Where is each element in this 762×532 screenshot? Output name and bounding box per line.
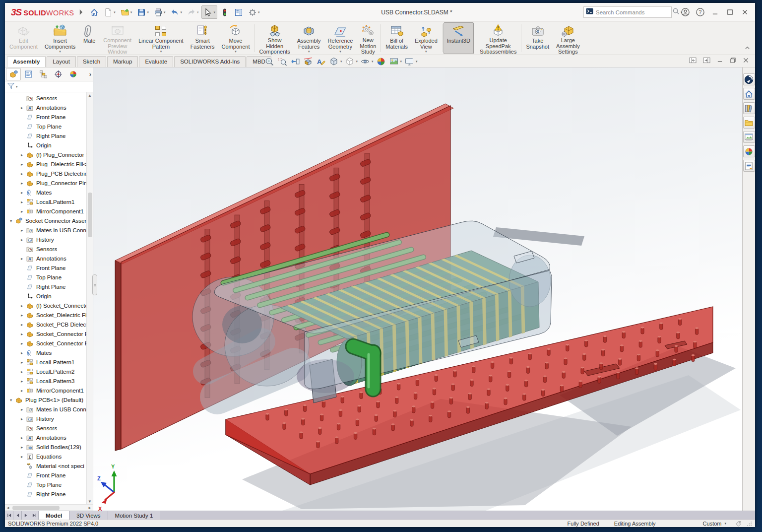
tree-item[interactable]: Origin bbox=[5, 291, 86, 301]
displaymanager-tab[interactable] bbox=[65, 68, 80, 80]
scroll-down-icon[interactable]: ▼ bbox=[87, 498, 93, 504]
panel-splitter-grip[interactable] bbox=[92, 274, 97, 295]
mate-button[interactable]: Mate bbox=[79, 22, 100, 54]
tab-markup[interactable]: Markup bbox=[107, 56, 138, 67]
new-motion-study-button[interactable]: NewMotionStudy bbox=[356, 22, 380, 54]
redo-button-caret-icon[interactable]: ▾ bbox=[197, 10, 199, 14]
collapsed-arrow-icon[interactable]: ▸ bbox=[21, 256, 26, 261]
search-input[interactable] bbox=[596, 9, 672, 15]
show-hidden-components-button[interactable]: ShowHiddenComponents bbox=[255, 22, 293, 54]
tree-item[interactable]: ▸ΣEquations bbox=[5, 452, 86, 461]
instant3d-button[interactable]: Instant3D bbox=[444, 22, 474, 54]
pane-right-icon[interactable] bbox=[703, 57, 710, 66]
previous-view-icon[interactable] bbox=[289, 56, 302, 66]
tree-item[interactable]: Right Plane bbox=[5, 489, 86, 499]
update-speedpak-subassemblies-button[interactable]: UpdateSpeedPakSubassemblies bbox=[476, 22, 520, 54]
close-button[interactable] bbox=[737, 5, 752, 19]
maximize-button[interactable] bbox=[722, 5, 737, 19]
tree-item[interactable]: ▸LocalLPattern3 bbox=[5, 376, 86, 386]
ribbon-collapse-icon[interactable] bbox=[745, 44, 750, 53]
reference-geometry-dropdown-icon[interactable]: ▾ bbox=[339, 50, 341, 54]
scroll-thumb[interactable] bbox=[88, 193, 92, 237]
insert-components-button[interactable]: InsertComponents▾ bbox=[41, 22, 79, 54]
tree-item[interactable]: ▸(f) Plug_Connector S bbox=[5, 150, 86, 159]
redo-button[interactable]: ▾ bbox=[185, 5, 201, 19]
display-style-caret-icon[interactable]: ▾ bbox=[356, 60, 358, 64]
view-settings-icon[interactable] bbox=[403, 56, 416, 66]
collapsed-arrow-icon[interactable]: ▸ bbox=[21, 379, 26, 384]
move-component-button[interactable]: MoveComponent▾ bbox=[218, 22, 254, 54]
save-button-caret-icon[interactable]: ▾ bbox=[147, 10, 149, 14]
status-configuration[interactable]: Custom bbox=[703, 521, 722, 527]
tree-item[interactable]: ▸Mates bbox=[5, 348, 86, 357]
tree-item[interactable]: Front Plane bbox=[5, 263, 86, 272]
assembly-features-dropdown-icon[interactable]: ▾ bbox=[308, 50, 310, 54]
collapsed-arrow-icon[interactable]: ▸ bbox=[21, 171, 26, 176]
configurationmanager-tab[interactable] bbox=[36, 68, 51, 80]
view-settings-caret-icon[interactable]: ▾ bbox=[416, 60, 418, 64]
undo-button-caret-icon[interactable]: ▾ bbox=[180, 10, 182, 14]
insert-components-dropdown-icon[interactable]: ▾ bbox=[59, 50, 61, 54]
tree-item[interactable]: ▸History bbox=[5, 235, 86, 244]
select-tool-button-caret-icon[interactable]: ▾ bbox=[213, 10, 215, 14]
doc-restore-icon[interactable] bbox=[730, 57, 736, 66]
collapsed-arrow-icon[interactable]: ▸ bbox=[21, 435, 26, 440]
previous-tab-button[interactable] bbox=[13, 511, 22, 520]
select-tool-button[interactable]: ▾ bbox=[201, 5, 217, 19]
first-tab-button[interactable] bbox=[5, 511, 13, 520]
file-explorer-button[interactable] bbox=[743, 117, 755, 129]
next-tab-button[interactable] bbox=[22, 511, 30, 520]
tree-item[interactable]: ▸Socket_PCB Dielectr bbox=[5, 320, 86, 329]
new-document-button[interactable]: ▾ bbox=[102, 5, 118, 19]
dimxpertmanager-tab[interactable] bbox=[51, 68, 65, 80]
filter-icon[interactable] bbox=[7, 82, 15, 92]
assembly-features-button[interactable]: AssemblyFeatures▾ bbox=[294, 22, 324, 54]
view-orientation-icon[interactable] bbox=[327, 56, 340, 66]
collapsed-arrow-icon[interactable]: ▸ bbox=[21, 350, 26, 355]
collapsed-arrow-icon[interactable]: ▸ bbox=[21, 322, 26, 327]
zoom-to-area-icon[interactable] bbox=[276, 56, 289, 66]
rebuild-button[interactable] bbox=[218, 5, 231, 19]
collapsed-arrow-icon[interactable]: ▸ bbox=[21, 332, 26, 336]
propertymanager-tab[interactable] bbox=[21, 68, 36, 80]
tree-item[interactable]: Front Plane bbox=[5, 112, 86, 122]
tree-item[interactable]: ▸Mates bbox=[5, 188, 86, 197]
collapsed-arrow-icon[interactable]: ▸ bbox=[21, 416, 26, 421]
collapsed-arrow-icon[interactable]: ▸ bbox=[21, 388, 26, 393]
take-snapshot-button[interactable]: TakeSnapshot bbox=[522, 22, 552, 54]
design-library-button[interactable] bbox=[743, 102, 755, 114]
expanded-arrow-icon[interactable]: ▾ bbox=[10, 218, 15, 223]
save-button[interactable]: ▾ bbox=[135, 5, 151, 19]
linear-component-pattern-dropdown-icon[interactable]: ▾ bbox=[160, 50, 162, 54]
options-button[interactable] bbox=[232, 5, 245, 19]
hide-show-items-icon[interactable] bbox=[359, 56, 372, 66]
new-document-button-caret-icon[interactable]: ▾ bbox=[114, 10, 116, 14]
edit-appearance-icon[interactable] bbox=[375, 56, 387, 66]
collapsed-arrow-icon[interactable]: ▸ bbox=[21, 407, 26, 412]
doc-close-icon[interactable] bbox=[743, 57, 749, 66]
tree-item[interactable]: ▸Socket_Connector P bbox=[5, 338, 86, 348]
collapsed-arrow-icon[interactable]: ▸ bbox=[21, 181, 26, 186]
collapsed-arrow-icon[interactable]: ▸ bbox=[21, 454, 26, 459]
tree-item[interactable]: Origin bbox=[5, 140, 86, 150]
tree-item[interactable]: ▸Plug_Connector Pin bbox=[5, 178, 86, 188]
exploded-view-button[interactable]: ExplodedView▾ bbox=[411, 22, 441, 54]
appearances-scenes-button[interactable] bbox=[743, 145, 755, 157]
view-orientation-caret-icon[interactable]: ▾ bbox=[340, 60, 342, 64]
print-button-caret-icon[interactable]: ▾ bbox=[164, 10, 166, 14]
scroll-left-icon[interactable]: ◄ bbox=[5, 505, 11, 511]
help-button[interactable]: ? bbox=[693, 5, 707, 19]
reference-geometry-button[interactable]: ReferenceGeometry▾ bbox=[324, 22, 357, 54]
apply-scene-caret-icon[interactable]: ▾ bbox=[400, 60, 402, 64]
minimize-button[interactable] bbox=[707, 5, 722, 19]
collapsed-arrow-icon[interactable]: ▸ bbox=[21, 190, 26, 195]
settings-button-caret-icon[interactable]: ▾ bbox=[258, 10, 260, 14]
hscroll-thumb[interactable] bbox=[12, 506, 60, 510]
large-assembly-settings-button[interactable]: LargeAssemblySettings bbox=[553, 22, 583, 54]
tag-icon[interactable] bbox=[735, 521, 742, 527]
tab-solidworks-add-ins[interactable]: SOLIDWORKS Add-Ins bbox=[174, 56, 246, 67]
menu-flyout-arrow-icon[interactable] bbox=[79, 9, 83, 15]
tab-layout[interactable]: Layout bbox=[47, 56, 76, 67]
collapsed-arrow-icon[interactable]: ▸ bbox=[21, 152, 26, 157]
account-button[interactable] bbox=[678, 5, 693, 19]
